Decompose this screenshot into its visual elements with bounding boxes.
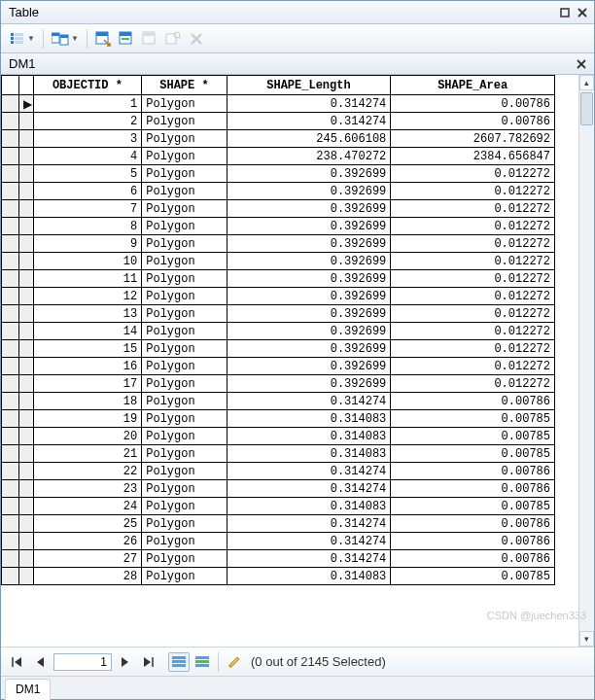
scroll-track[interactable]: [579, 90, 594, 631]
row-selector[interactable]: [2, 270, 19, 288]
col-objectid[interactable]: OBJECTID *: [33, 76, 142, 95]
row-selector[interactable]: [2, 200, 19, 218]
vertical-scrollbar[interactable]: ▴ ▾: [578, 75, 594, 647]
zoom-selected-button[interactable]: [162, 28, 184, 50]
select-by-attrs-button[interactable]: [92, 28, 114, 50]
table-row[interactable]: 12Polygon0.3926990.012272: [2, 288, 555, 305]
row-selector[interactable]: [2, 515, 19, 533]
table-row[interactable]: 9Polygon0.3926990.012272: [2, 235, 555, 253]
table-row[interactable]: 7Polygon0.3926990.012272: [2, 200, 555, 218]
cell-shape-area: 0.00785: [391, 428, 555, 445]
table-row[interactable]: 17Polygon0.3926990.012272: [2, 375, 555, 393]
tab-label: DM1: [16, 682, 40, 696]
table-row[interactable]: 15Polygon0.3926990.012272: [2, 340, 555, 358]
maximize-button[interactable]: [557, 5, 573, 20]
table-row[interactable]: 18Polygon0.3142740.00786: [2, 393, 555, 410]
show-all-button[interactable]: [168, 652, 190, 672]
row-selector[interactable]: [2, 253, 19, 270]
show-selected-button[interactable]: [192, 652, 213, 672]
cell-shape-area: 0.012272: [391, 375, 555, 393]
grid-viewport[interactable]: OBJECTID * SHAPE * SHAPE_Length SHAPE_Ar…: [1, 75, 578, 647]
prev-record-button[interactable]: [30, 652, 52, 672]
table-row[interactable]: 8Polygon0.3926990.012272: [2, 218, 555, 235]
svg-rect-35: [172, 664, 186, 667]
table-row[interactable]: 20Polygon0.3140830.00785: [2, 428, 555, 445]
cell-objectid: 27: [33, 550, 142, 568]
square-icon: [560, 8, 570, 18]
scroll-up-button[interactable]: ▴: [579, 75, 594, 90]
table-row[interactable]: 6Polygon0.3926990.012272: [2, 183, 555, 200]
table-row[interactable]: 2Polygon0.3142740.00786: [2, 113, 555, 130]
table-row[interactable]: 13Polygon0.3926990.012272: [2, 305, 555, 323]
cell-objectid: 23: [33, 480, 142, 498]
row-selector[interactable]: [2, 410, 19, 428]
table-options-button[interactable]: ▼: [7, 28, 38, 50]
related-tables-button[interactable]: ▼: [49, 28, 82, 50]
table-row[interactable]: 22Polygon0.3142740.00786: [2, 463, 555, 480]
row-selector[interactable]: [2, 113, 19, 130]
delete-selected-button[interactable]: [186, 28, 207, 50]
row-selector[interactable]: [2, 358, 19, 375]
row-selector[interactable]: [2, 235, 19, 253]
highlight-button[interactable]: [224, 652, 245, 672]
row-selector[interactable]: [2, 323, 19, 340]
first-record-button[interactable]: [7, 652, 28, 672]
row-selector[interactable]: [2, 568, 19, 585]
table-row[interactable]: ▶1Polygon0.3142740.00786: [2, 95, 555, 113]
svg-rect-37: [195, 660, 209, 663]
table-row[interactable]: 21Polygon0.3140830.00785: [2, 445, 555, 463]
switch-selection-button[interactable]: [116, 28, 137, 50]
row-selector[interactable]: [2, 480, 19, 498]
row-selector[interactable]: [2, 445, 19, 463]
table-row[interactable]: 10Polygon0.3926990.012272: [2, 253, 555, 270]
row-selector[interactable]: [2, 165, 19, 183]
row-selector[interactable]: [2, 550, 19, 568]
close-table-button[interactable]: [577, 59, 586, 69]
table-row[interactable]: 5Polygon0.3926990.012272: [2, 165, 555, 183]
row-selector[interactable]: [2, 130, 19, 148]
record-navigator: (0 out of 2145 Selected): [1, 647, 594, 676]
row-selector[interactable]: [2, 148, 19, 165]
cell-shape: Polygon: [142, 428, 227, 445]
row-selector[interactable]: [2, 340, 19, 358]
table-row[interactable]: 11Polygon0.3926990.012272: [2, 270, 555, 288]
scroll-thumb[interactable]: [580, 92, 593, 125]
svg-rect-38: [195, 664, 209, 667]
table-row[interactable]: 24Polygon0.3140830.00785: [2, 498, 555, 515]
close-button[interactable]: [575, 5, 590, 20]
cell-objectid: 1: [33, 95, 142, 113]
row-selector[interactable]: [2, 375, 19, 393]
table-row[interactable]: 3Polygon245.6061082607.782692: [2, 130, 555, 148]
table-row[interactable]: 16Polygon0.3926990.012272: [2, 358, 555, 375]
row-selector[interactable]: [2, 498, 19, 515]
tab-dm1[interactable]: DM1: [5, 679, 51, 700]
table-row[interactable]: 27Polygon0.3142740.00786: [2, 550, 555, 568]
table-row[interactable]: 14Polygon0.3926990.012272: [2, 323, 555, 340]
current-row-marker: [19, 533, 33, 550]
row-selector[interactable]: [2, 305, 19, 323]
row-selector[interactable]: [2, 533, 19, 550]
table-row[interactable]: 4Polygon238.4702722384.656847: [2, 148, 555, 165]
table-row[interactable]: 19Polygon0.3140830.00785: [2, 410, 555, 428]
record-number-input[interactable]: [53, 653, 112, 671]
row-selector[interactable]: [2, 428, 19, 445]
col-shape[interactable]: SHAPE *: [142, 76, 227, 95]
current-row-header: [19, 76, 33, 95]
col-shape-length[interactable]: SHAPE_Length: [227, 76, 391, 95]
table-row[interactable]: 25Polygon0.3142740.00786: [2, 515, 555, 533]
row-selector[interactable]: [2, 218, 19, 235]
row-selector[interactable]: [2, 463, 19, 480]
table-row[interactable]: 28Polygon0.3140830.00785: [2, 568, 555, 585]
clear-selection-button[interactable]: [139, 28, 160, 50]
last-record-button[interactable]: [137, 652, 158, 672]
next-record-button[interactable]: [114, 652, 135, 672]
table-row[interactable]: 23Polygon0.3142740.00786: [2, 480, 555, 498]
row-selector-header[interactable]: [2, 76, 19, 95]
table-row[interactable]: 26Polygon0.3142740.00786: [2, 533, 555, 550]
row-selector[interactable]: [2, 288, 19, 305]
scroll-down-button[interactable]: ▾: [579, 631, 594, 647]
row-selector[interactable]: [2, 95, 19, 113]
row-selector[interactable]: [2, 183, 19, 200]
col-shape-area[interactable]: SHAPE_Area: [391, 76, 555, 95]
row-selector[interactable]: [2, 393, 19, 410]
